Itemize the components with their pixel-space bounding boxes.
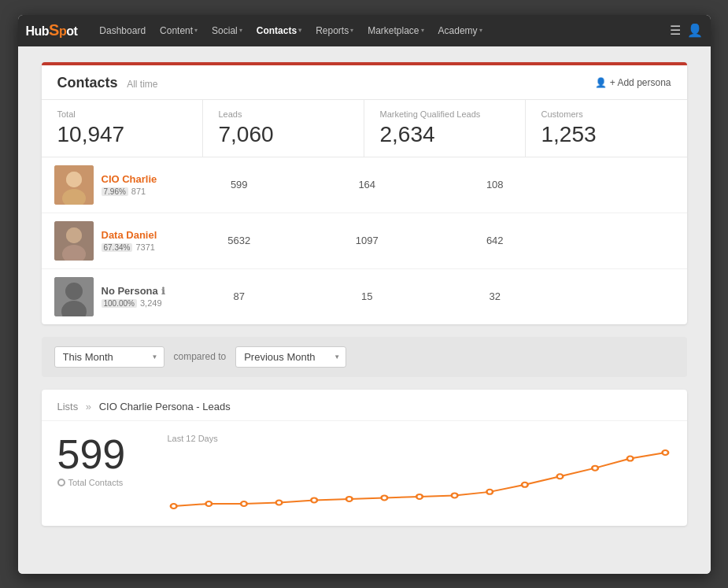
stats-row: Total 10,947 Leads 7,060 Marketing Quali… [42, 100, 687, 157]
persona-pct-daniel: 67.34% [102, 243, 133, 252]
avatar-charlie [54, 165, 94, 205]
stat-leads-label: Leads [219, 109, 348, 119]
svg-point-25 [662, 450, 668, 455]
svg-point-9 [65, 283, 83, 300]
stat-total: Total 10,947 [42, 100, 203, 157]
contacts-subtitle: All time [127, 79, 157, 90]
svg-point-11 [170, 504, 176, 508]
avatar-nopersona [54, 277, 94, 316]
svg-point-20 [486, 489, 493, 494]
contacts-title-block: Contacts All time [57, 75, 158, 91]
line-chart [168, 448, 671, 511]
persona-meta-charlie: 7.96% 871 [102, 187, 157, 196]
svg-point-23 [592, 465, 598, 470]
contacts-card: Contacts All time 👤 + Add persona Total … [42, 62, 687, 324]
chart-area: Last 12 Days [152, 434, 671, 513]
nav-marketplace[interactable]: Marketplace ▾ [361, 22, 430, 39]
list-body: 599 Total Contacts Last 12 Days [42, 421, 687, 513]
persona-mql-charlie: 164 [303, 179, 431, 190]
nav-content[interactable]: Content ▾ [153, 22, 204, 39]
nav-items: Dashboard Content ▾ Social ▾ Contacts ▾ … [93, 22, 669, 39]
nav-right: ☰ 👤 [670, 23, 703, 38]
user-icon[interactable]: 👤 [687, 23, 703, 38]
content-caret: ▾ [194, 27, 198, 34]
circle-icon [57, 479, 65, 486]
persona-meta-daniel: 67.34% 7371 [102, 242, 157, 252]
breadcrumb-current: CIO Charlie Persona - Leads [99, 401, 231, 412]
svg-point-19 [451, 493, 457, 497]
persona-leads-daniel: 5632 [176, 235, 304, 246]
persona-total-daniel: 7371 [135, 242, 154, 252]
persona-info-charlie: CIO Charlie 7.96% 871 [42, 165, 176, 205]
breadcrumb-separator: » [86, 401, 91, 412]
contacts-title: Contacts [57, 75, 118, 91]
social-caret: ▾ [239, 27, 242, 34]
persona-customers-daniel: 642 [431, 235, 560, 246]
persona-pct-nopersona: 100.00% [102, 299, 137, 308]
svg-point-12 [205, 501, 212, 505]
svg-point-15 [311, 497, 317, 502]
period-select[interactable]: This Month Last Month This Quarter All T… [54, 346, 164, 368]
total-contacts-label: Total Contacts [68, 478, 124, 487]
persona-row-daniel: Data Daniel 67.34% 7371 5632 1097 642 [42, 213, 687, 269]
persona-name-block-charlie: CIO Charlie 7.96% 871 [102, 173, 157, 196]
app-window: HubSpot Dashboard Content ▾ Social ▾ Con… [18, 15, 711, 574]
svg-point-3 [66, 172, 82, 187]
persona-name-daniel[interactable]: Data Daniel [102, 229, 157, 241]
list-breadcrumb: Lists » CIO Charlie Persona - Leads [42, 390, 687, 421]
svg-point-18 [416, 494, 423, 498]
persona-mql-nopersona: 15 [303, 290, 431, 302]
list-card: Lists » CIO Charlie Persona - Leads 599 … [42, 390, 687, 526]
logo-text: HubSpot [26, 21, 78, 39]
avatar-daniel [54, 221, 94, 261]
period-select-wrapper: This Month Last Month This Quarter All T… [54, 346, 164, 368]
persona-meta-nopersona: 100.00% 3,249 [102, 298, 165, 308]
svg-point-16 [346, 496, 352, 501]
top-nav: HubSpot Dashboard Content ▾ Social ▾ Con… [18, 15, 711, 46]
stat-total-value: 10,947 [57, 122, 187, 147]
nav-reports[interactable]: Reports ▾ [309, 22, 360, 39]
add-persona-button[interactable]: 👤 + Add persona [595, 77, 671, 88]
stat-customers: Customers 1,253 [526, 100, 687, 157]
stat-total-label: Total [57, 109, 187, 119]
contacts-card-header: Contacts All time 👤 + Add persona [42, 65, 687, 100]
svg-point-7 [66, 227, 82, 243]
list-count-label: Total Contacts [57, 478, 152, 487]
menu-icon[interactable]: ☰ [670, 23, 681, 38]
persona-leads-charlie: 599 [176, 179, 304, 190]
nav-social[interactable]: Social ▾ [205, 22, 249, 39]
nav-contacts[interactable]: Contacts ▾ [250, 22, 308, 39]
persona-mql-daniel: 1097 [303, 235, 431, 246]
persona-name-charlie[interactable]: CIO Charlie [102, 173, 157, 185]
stat-mql-label: Marketing Qualified Leads [380, 109, 509, 119]
persona-row-charlie: CIO Charlie 7.96% 871 599 164 108 [42, 157, 687, 213]
persona-name-nopersona: No Persona ℹ [102, 285, 165, 297]
stat-mql-value: 2,634 [380, 122, 509, 147]
academy-caret: ▾ [479, 27, 482, 34]
hubspot-logo[interactable]: HubSpot [26, 21, 78, 39]
persona-leads-nopersona: 87 [176, 290, 304, 302]
filter-row: This Month Last Month This Quarter All T… [42, 337, 687, 377]
list-stat-block: 599 Total Contacts [57, 434, 152, 487]
compared-to-label: compared to [174, 351, 227, 362]
add-persona-icon: 👤 [595, 77, 607, 88]
svg-point-22 [556, 474, 563, 479]
stat-leads-value: 7,060 [219, 122, 348, 147]
persona-total-charlie: 871 [131, 187, 146, 196]
persona-pct-charlie: 7.96% [102, 187, 128, 196]
stat-mql: Marketing Qualified Leads 2,634 [364, 100, 526, 157]
main-content: Contacts All time 👤 + Add persona Total … [18, 46, 711, 574]
persona-customers-nopersona: 32 [431, 290, 560, 302]
add-persona-label: + Add persona [610, 77, 671, 88]
stat-leads: Leads 7,060 [203, 100, 364, 157]
breadcrumb-lists-link[interactable]: Lists [57, 401, 79, 412]
list-count: 599 [57, 434, 152, 475]
persona-name-block-nopersona: No Persona ℹ 100.00% 3,249 [102, 285, 165, 308]
reports-caret: ▾ [350, 27, 353, 34]
nav-dashboard[interactable]: Dashboard [93, 22, 152, 39]
comparison-select[interactable]: Previous Month Previous Quarter Previous… [235, 346, 346, 368]
stat-customers-value: 1,253 [541, 122, 671, 147]
marketplace-caret: ▾ [421, 27, 424, 34]
persona-name-block-daniel: Data Daniel 67.34% 7371 [102, 229, 157, 252]
nav-academy[interactable]: Academy ▾ [432, 22, 489, 39]
